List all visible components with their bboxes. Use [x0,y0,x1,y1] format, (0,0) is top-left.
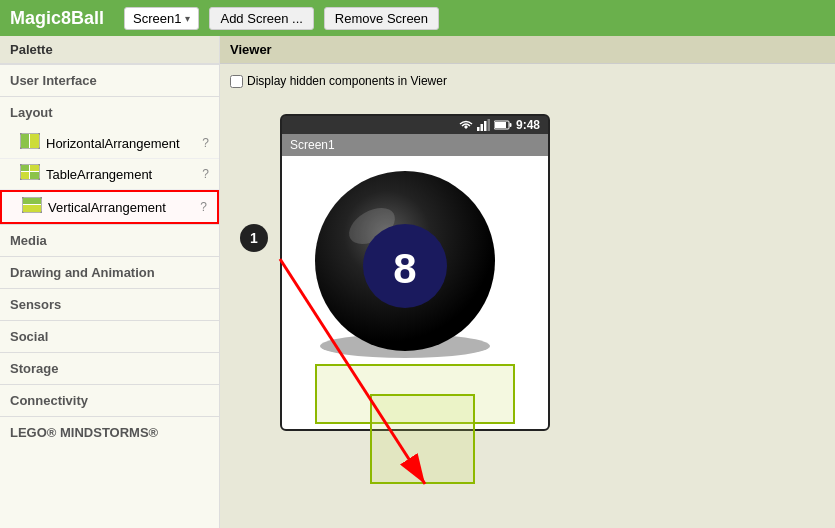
svg-rect-9 [23,198,41,204]
palette-header: Palette [0,36,219,64]
battery-icon [494,120,512,130]
table-arrangement-label: TableArrangement [46,167,196,182]
signal-icon [477,119,491,131]
screen-dropdown[interactable]: Screen1 ▾ [124,7,199,30]
sidebar-item-label: User Interface [10,73,97,88]
sidebar-item-label: LEGO® MINDSTORMS® [10,425,158,440]
table-arrangement-icon [20,164,40,184]
sidebar: Palette User Interface Layout Horizontal… [0,36,220,528]
sidebar-item-media[interactable]: Media [0,224,219,256]
svg-rect-7 [30,172,39,179]
viewer-header: Viewer [220,36,835,64]
vertical-arrangement-icon [22,197,42,217]
horizontal-arrangement-help[interactable]: ? [202,136,209,150]
vertical-arrangement-label: VerticalArrangement [48,200,194,215]
svg-rect-10 [23,205,41,212]
svg-rect-4 [21,165,29,171]
add-screen-button[interactable]: Add Screen ... [209,7,313,30]
viewer: Viewer Display hidden components in View… [220,36,835,528]
remove-screen-button[interactable]: Remove Screen [324,7,439,30]
sidebar-item-storage[interactable]: Storage [0,352,219,384]
screen-dropdown-label: Screen1 [133,11,181,26]
display-hidden-row: Display hidden components in Viewer [230,74,825,88]
sidebar-item-horizontal-arrangement[interactable]: HorizontalArrangement ? [0,128,219,159]
header: Magic8Ball Screen1 ▾ Add Screen ... Remo… [0,0,835,36]
sidebar-item-connectivity[interactable]: Connectivity [0,384,219,416]
sidebar-item-label: Connectivity [10,393,88,408]
svg-rect-12 [480,124,483,131]
sidebar-item-label: Drawing and Animation [10,265,155,280]
sidebar-item-social[interactable]: Social [0,320,219,352]
sidebar-item-lego[interactable]: LEGO® MINDSTORMS® [0,416,219,448]
phone-status-bar: 9:48 [282,116,548,134]
sidebar-item-user-interface[interactable]: User Interface [0,64,219,96]
wifi-icon [458,119,474,131]
svg-rect-5 [30,165,39,171]
sidebar-item-sensors[interactable]: Sensors [0,288,219,320]
sidebar-item-label: Storage [10,361,58,376]
phone-screen-title: Screen1 [282,134,548,156]
svg-rect-14 [487,119,490,131]
sidebar-item-drawing-animation[interactable]: Drawing and Animation [0,256,219,288]
svg-rect-11 [477,127,480,131]
phone-time: 9:48 [516,118,540,132]
step-badge-number: 1 [250,230,258,246]
sidebar-item-layout[interactable]: Layout [0,96,219,128]
step-badge: 1 [240,224,268,252]
svg-text:8: 8 [393,245,416,292]
magic8ball-image: 8 [287,161,527,361]
app-title: Magic8Ball [10,8,104,29]
svg-rect-13 [484,121,487,131]
horizontal-arrangement-label: HorizontalArrangement [46,136,196,151]
sidebar-item-label: Media [10,233,47,248]
main-layout: Palette User Interface Layout Horizontal… [0,36,835,528]
sidebar-item-label: Social [10,329,48,344]
sidebar-item-vertical-arrangement[interactable]: VerticalArrangement ? [0,190,219,224]
horizontal-arrangement-icon [20,133,40,153]
drop-target-box[interactable] [370,394,475,484]
display-hidden-label: Display hidden components in Viewer [247,74,447,88]
vertical-arrangement-help[interactable]: ? [200,200,207,214]
svg-rect-6 [21,172,29,179]
display-hidden-checkbox[interactable] [230,75,243,88]
chevron-down-icon: ▾ [185,13,190,24]
sidebar-item-label: Layout [10,105,53,120]
sidebar-item-label: Sensors [10,297,61,312]
phone-status-icons [458,119,512,131]
svg-rect-1 [21,134,29,148]
phone-screen-content: 8 [282,156,548,429]
sidebar-item-table-arrangement[interactable]: TableArrangement ? [0,159,219,190]
svg-rect-16 [495,122,506,128]
svg-rect-2 [30,134,39,148]
table-arrangement-help[interactable]: ? [202,167,209,181]
viewer-content: Display hidden components in Viewer [220,64,835,524]
svg-rect-17 [509,123,511,127]
phone-mockup: 9:48 Screen1 [280,114,550,431]
